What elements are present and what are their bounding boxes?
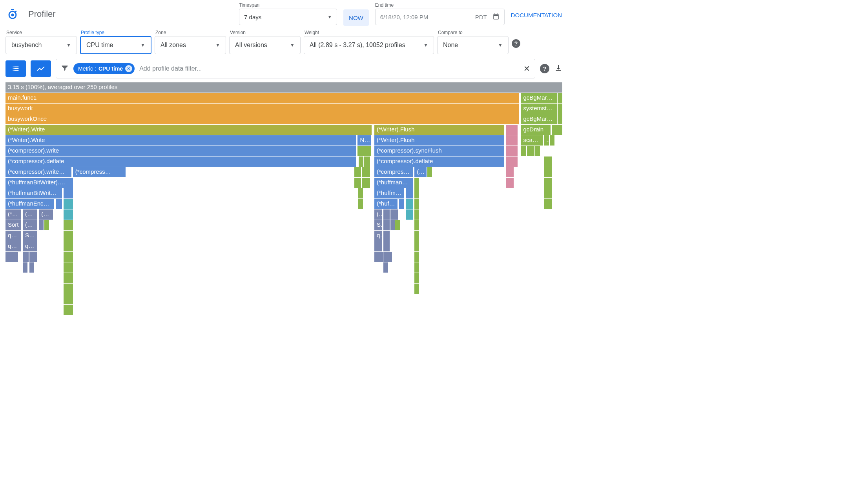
help-icon[interactable]: ? <box>540 64 549 73</box>
flame-cell[interactable]: S… <box>23 231 38 241</box>
flame-cell[interactable]: gcDrain <box>521 125 551 135</box>
flame-cell[interactable]: (*compressor).write <box>5 146 357 156</box>
flame-cell[interactable] <box>544 178 553 188</box>
calendar-icon[interactable] <box>492 13 500 21</box>
flame-cell[interactable]: (*Writer).Flush <box>374 125 505 135</box>
flame-cell[interactable] <box>558 114 563 124</box>
flame-cell[interactable] <box>23 262 28 273</box>
flame-cell[interactable]: (*huffmanEnc… <box>5 199 55 209</box>
documentation-link[interactable]: DOCUMENTATION <box>511 12 562 18</box>
flame-cell[interactable]: busyworkOnce <box>5 114 519 124</box>
flame-cell[interactable] <box>387 252 392 262</box>
flame-cell[interactable] <box>354 178 361 188</box>
flame-cell[interactable]: (*Writer).Write <box>5 125 372 135</box>
flame-cell[interactable] <box>354 167 361 177</box>
download-icon[interactable] <box>554 64 563 74</box>
flame-cell[interactable] <box>359 156 364 167</box>
flame-cell[interactable] <box>64 231 74 241</box>
flame-cell[interactable]: S… <box>374 220 383 230</box>
flame-cell[interactable] <box>64 284 74 294</box>
flame-cell[interactable] <box>506 156 518 167</box>
flame-cell[interactable] <box>64 188 74 198</box>
list-view-button[interactable] <box>5 60 26 77</box>
flame-cell[interactable]: (*huffmanBitWrit… <box>5 188 62 198</box>
flame-cell[interactable]: … <box>544 135 549 146</box>
flame-cell[interactable] <box>427 167 432 177</box>
flame-cell[interactable]: Sort <box>5 220 22 230</box>
flame-cell[interactable] <box>506 135 518 146</box>
flame-cell[interactable] <box>364 156 370 167</box>
flame-cell[interactable] <box>39 220 44 230</box>
close-icon[interactable]: ✕ <box>125 65 132 72</box>
flame-cell[interactable] <box>362 167 370 177</box>
weight-select[interactable]: All (2.89 s - 3.27 s), 10052 profiles ▼ <box>304 36 434 54</box>
flame-cell[interactable] <box>383 231 390 241</box>
flame-cell[interactable] <box>383 241 390 251</box>
flame-root[interactable]: 3.15 s (100%), averaged over 250 profile… <box>5 82 563 93</box>
flame-cell[interactable] <box>56 199 62 209</box>
flame-cell[interactable] <box>358 188 363 198</box>
flame-cell[interactable] <box>506 146 518 156</box>
flame-cell[interactable] <box>414 199 419 209</box>
flame-cell[interactable]: (*Writer).Write <box>5 135 357 146</box>
flame-cell[interactable] <box>362 178 370 188</box>
flame-cell[interactable] <box>406 209 414 220</box>
flame-cell[interactable] <box>13 252 18 262</box>
flame-cell[interactable] <box>29 262 35 273</box>
metric-chip[interactable]: Metric : CPU time ✕ <box>73 63 135 74</box>
flame-cell[interactable] <box>535 146 540 156</box>
profile-type-select[interactable]: CPU time ▼ <box>80 36 151 54</box>
flame-cell[interactable] <box>506 167 514 177</box>
flame-cell[interactable]: (*… <box>23 220 38 230</box>
flame-cell[interactable] <box>558 104 563 114</box>
flame-cell[interactable]: main.func1 <box>5 93 519 103</box>
compare-to-select[interactable]: None ▼ <box>437 36 509 54</box>
flame-graph[interactable]: 3.15 s (100%), averaged over 250 profile… <box>0 82 568 331</box>
version-select[interactable]: All versions ▼ <box>229 36 301 54</box>
flame-cell[interactable]: (*… <box>414 167 427 177</box>
filter-input[interactable] <box>139 65 519 72</box>
flame-cell[interactable]: (*huffmanBi… <box>374 178 413 188</box>
flame-cell[interactable]: (*compressor).deflate <box>5 156 357 167</box>
flame-cell[interactable] <box>23 252 29 262</box>
flame-cell[interactable] <box>521 146 527 156</box>
flame-cell[interactable] <box>414 252 419 262</box>
flame-cell[interactable] <box>64 209 74 220</box>
flame-cell[interactable]: busywork <box>5 104 519 114</box>
chart-view-button[interactable] <box>31 60 51 77</box>
flame-cell[interactable] <box>64 273 74 283</box>
flame-cell[interactable] <box>64 252 74 262</box>
flame-cell[interactable] <box>29 252 37 262</box>
flame-cell[interactable]: (*b… <box>5 209 22 220</box>
flame-cell[interactable]: q… <box>5 241 22 251</box>
flame-cell[interactable]: (*compressor).write… <box>5 167 72 177</box>
flame-cell[interactable] <box>64 294 74 304</box>
flame-cell[interactable] <box>414 241 419 251</box>
flame-cell[interactable]: (*… <box>23 209 38 220</box>
filter-funnel-icon[interactable] <box>61 64 69 74</box>
flame-cell[interactable] <box>383 220 390 230</box>
flame-cell[interactable] <box>414 188 419 198</box>
flame-cell[interactable]: q… <box>23 241 38 251</box>
flame-cell[interactable]: qui… <box>5 231 22 241</box>
flame-cell[interactable] <box>383 262 388 273</box>
flame-cell[interactable]: N… <box>357 135 371 146</box>
clear-filter-icon[interactable]: ✕ <box>523 64 530 73</box>
flame-cell[interactable] <box>414 178 419 188</box>
flame-cell[interactable] <box>406 199 414 209</box>
flame-cell[interactable] <box>527 146 535 156</box>
flame-cell[interactable]: (*compressor).deflate <box>374 156 505 167</box>
flame-cell[interactable] <box>414 284 419 294</box>
flame-cell[interactable]: (*compress… <box>73 167 126 177</box>
help-icon[interactable]: ? <box>512 39 520 48</box>
flame-cell[interactable]: (… <box>374 209 383 220</box>
flame-cell[interactable] <box>544 188 553 198</box>
flame-cell[interactable] <box>544 156 553 167</box>
flame-cell[interactable] <box>44 220 49 230</box>
flame-cell[interactable]: gcBgMar… <box>521 114 557 124</box>
endtime-input[interactable]: 6/18/20, 12:09 PM PDT <box>375 9 505 25</box>
flame-cell[interactable]: (*… <box>39 209 53 220</box>
flame-cell[interactable]: gcBgMark… <box>521 93 557 103</box>
service-select[interactable]: busybench ▼ <box>5 36 77 54</box>
flame-cell[interactable] <box>544 199 553 209</box>
